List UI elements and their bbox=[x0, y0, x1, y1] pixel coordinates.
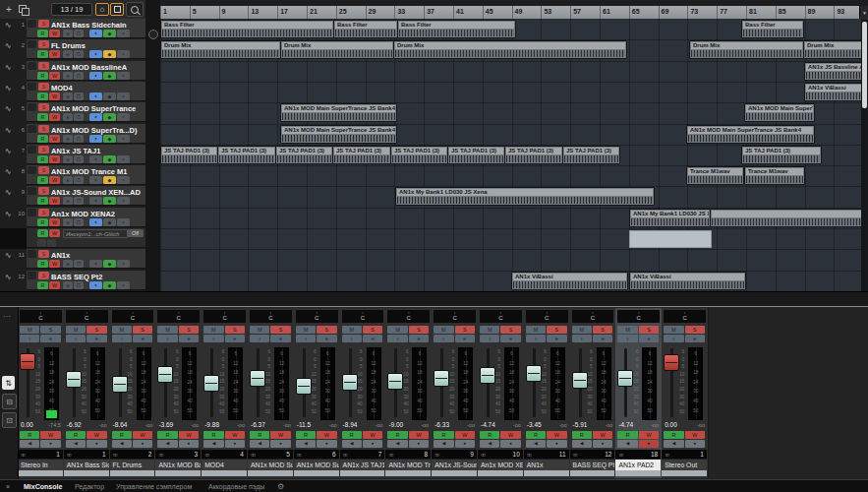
edit-button[interactable]: e bbox=[547, 335, 566, 342]
track-row[interactable]: SAN1x MOD BasslineARWe∅●◆≈∿3 bbox=[0, 61, 145, 82]
edit-button[interactable]: e bbox=[317, 335, 336, 342]
solo-button[interactable]: S bbox=[363, 326, 382, 334]
read-button[interactable]: R bbox=[20, 431, 39, 439]
mute-button[interactable] bbox=[28, 125, 36, 133]
pan-control[interactable]: ıC bbox=[250, 310, 292, 323]
dots-menu-icon[interactable]: … bbox=[3, 310, 12, 319]
write-button[interactable]: W bbox=[500, 431, 520, 439]
channel-name[interactable]: AN1x MOD Sup bbox=[294, 459, 339, 470]
pan-control[interactable]: ıC bbox=[296, 310, 338, 323]
monitor-button[interactable]: ◀ bbox=[434, 440, 453, 448]
freeze-button[interactable]: ≈ bbox=[117, 50, 130, 58]
pan-control[interactable]: ıC bbox=[112, 310, 154, 323]
clip[interactable]: AN1x ViBassi bbox=[629, 272, 746, 290]
read-button[interactable]: R bbox=[37, 197, 48, 205]
io-button[interactable]: ● bbox=[89, 218, 102, 226]
monitor-button[interactable]: ◀ bbox=[250, 440, 269, 448]
add-track-button[interactable]: + bbox=[3, 0, 15, 19]
mixer-strip[interactable]: ıCMSıe6051015203040506121824304050-4.74-… bbox=[478, 308, 525, 478]
clip[interactable]: JS TAJ PAD1 (3) bbox=[160, 146, 218, 164]
mute-button[interactable] bbox=[28, 146, 36, 154]
pan-control[interactable]: ıC bbox=[203, 310, 246, 323]
search-track-button[interactable] bbox=[126, 2, 144, 17]
write-button[interactable]: W bbox=[225, 431, 245, 439]
write-button[interactable]: W bbox=[49, 197, 60, 205]
track-row[interactable]: SFL DrumsRWe∅●◆≈∿2 bbox=[0, 39, 145, 60]
instrument-button[interactable]: ◆ bbox=[103, 72, 116, 80]
read-button[interactable]: R bbox=[434, 431, 453, 439]
mixer-strip[interactable]: ıCMSıe6051015203040506121824304050-3.45-… bbox=[524, 308, 571, 478]
track-row[interactable]: SAN1x MOD Trance M1RWe∅●◆≈∿8 bbox=[0, 165, 145, 186]
freeze-button[interactable]: ≈ bbox=[117, 197, 130, 205]
clip[interactable]: JS TAJ PAD1 (3) bbox=[332, 146, 391, 164]
automation-param-label[interactable]: Инсерт1:..ch-Glitch bbox=[63, 229, 128, 238]
track-row[interactable]: SAN1x Bass SidechainRWe∅●◆≈∿1 bbox=[0, 19, 145, 39]
instrument-button[interactable]: ◆ bbox=[103, 218, 116, 226]
mixer-strip[interactable]: ıCMSıe6051015203040506121824304050-8.94-… bbox=[340, 308, 387, 478]
clip[interactable]: JS TAJ PAD1 (3) bbox=[217, 146, 276, 164]
monitor-button[interactable]: ◀ bbox=[203, 440, 223, 448]
monitor-button[interactable]: ◀ bbox=[572, 440, 592, 448]
rack-view-icon[interactable]: ⊟ bbox=[2, 394, 17, 409]
write-button[interactable]: W bbox=[49, 135, 60, 143]
mixer-strip[interactable]: ıCMSıe6051015203040506121824304050-3.69-… bbox=[155, 308, 203, 478]
read-button[interactable]: R bbox=[37, 229, 48, 237]
monitor-button[interactable]: ◀ bbox=[157, 440, 177, 448]
pan-control[interactable]: ıC bbox=[387, 310, 430, 323]
automation-btn-2[interactable] bbox=[47, 239, 56, 247]
pan-control[interactable]: ıC bbox=[572, 310, 614, 323]
listen-button[interactable]: ı bbox=[296, 335, 316, 342]
automation-lane[interactable]: RWИнсерт1:..ch-GlitchOff bbox=[0, 228, 145, 249]
write-button[interactable]: W bbox=[49, 281, 60, 289]
freeze-button[interactable]: ≈ bbox=[117, 30, 130, 37]
edit-button[interactable]: e bbox=[63, 260, 73, 268]
write-button[interactable]: W bbox=[409, 431, 429, 439]
record-button[interactable]: ● bbox=[225, 440, 245, 448]
monitor-button[interactable]: ◀ bbox=[617, 440, 637, 448]
pan-control[interactable]: ıC bbox=[157, 310, 200, 323]
track-row[interactable]: SAN1x MOD SuperTranceRWe∅●◆≈∿5 bbox=[0, 102, 145, 123]
record-button[interactable]: ● bbox=[270, 440, 290, 448]
channel-name[interactable]: AN1x MOD Sup bbox=[248, 459, 293, 470]
io-button[interactable]: ● bbox=[89, 155, 102, 163]
listen-button[interactable]: ı bbox=[157, 335, 177, 342]
channel-name[interactable]: AN1x MOD Tra bbox=[385, 459, 431, 470]
mute-button[interactable] bbox=[28, 103, 36, 111]
mixer-strip[interactable]: ıCMSıe6051015203040506121824304050-6.92-… bbox=[64, 308, 111, 478]
read-button[interactable]: R bbox=[37, 155, 48, 163]
channel-name[interactable]: Stereo Out bbox=[662, 459, 707, 470]
read-button[interactable]: R bbox=[37, 176, 48, 184]
io-button[interactable]: ● bbox=[89, 50, 102, 58]
solo-button[interactable]: S bbox=[87, 326, 106, 334]
solo-button[interactable]: S bbox=[409, 326, 429, 334]
write-button[interactable]: W bbox=[49, 92, 60, 100]
mute-button[interactable]: M bbox=[112, 326, 132, 334]
mixer-strip[interactable]: ıCMSıe6051015203040506121824304050-9.88-… bbox=[202, 308, 249, 478]
edit-button[interactable]: e bbox=[363, 335, 382, 342]
edit-button[interactable]: e bbox=[40, 335, 60, 342]
channel-name[interactable]: AN1x PAD2 bbox=[615, 459, 661, 470]
divider-knob[interactable] bbox=[148, 30, 158, 39]
record-button[interactable]: ● bbox=[87, 440, 106, 448]
channel-name[interactable]: AN1x Bass Side bbox=[64, 459, 109, 470]
channel-name[interactable]: AN1x JS-Sound bbox=[432, 459, 477, 470]
clip[interactable]: AN1x MOD Main SuperTrance JS Bank4 bbox=[686, 125, 815, 144]
mute-button[interactable]: M bbox=[572, 326, 592, 334]
record-button[interactable]: ● bbox=[639, 440, 659, 448]
clip[interactable]: JS TAJ PAD1 (3) bbox=[390, 146, 448, 164]
track-row[interactable]: SAN1xRWe∅●◆≈∿11 bbox=[0, 249, 145, 270]
automation-off-button[interactable]: Off bbox=[127, 229, 144, 237]
mute-button[interactable] bbox=[28, 250, 36, 258]
channel-name[interactable]: AN1x JS TAJ1 bbox=[340, 459, 385, 470]
write-button[interactable]: W bbox=[40, 431, 60, 439]
edit-button[interactable]: e bbox=[500, 335, 520, 342]
read-button[interactable]: R bbox=[157, 431, 177, 439]
solo-button[interactable]: S bbox=[38, 125, 49, 133]
read-button[interactable]: R bbox=[526, 431, 546, 439]
record-button[interactable]: ● bbox=[593, 440, 612, 448]
mixer-strip[interactable]: ıCMSıe6051015203040506121824304050-4.74-… bbox=[615, 308, 663, 478]
mixer-strip[interactable]: ıCMSıe6051015203040506121824304050-11.5-… bbox=[294, 308, 341, 478]
close-icon[interactable]: × bbox=[6, 480, 10, 492]
write-button[interactable]: W bbox=[49, 50, 60, 58]
clip[interactable]: Drum Mix bbox=[393, 40, 627, 59]
